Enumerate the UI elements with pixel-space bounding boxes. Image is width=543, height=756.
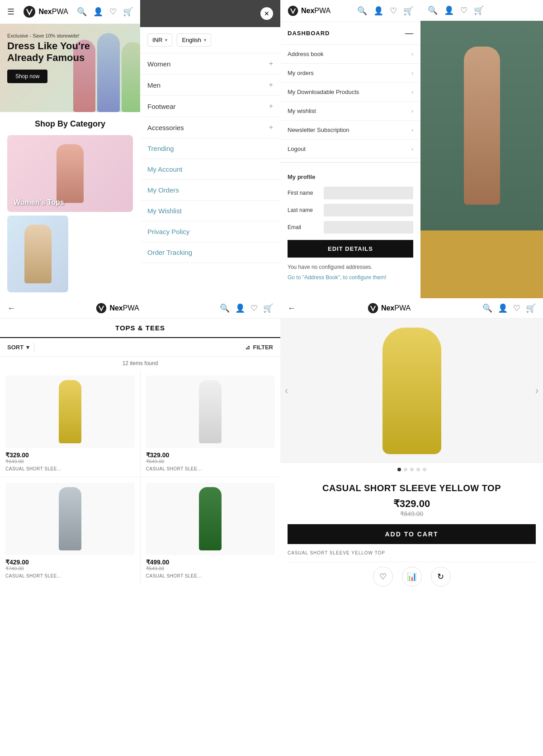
address-book-link[interactable]: Go to "Address Book", to configure them! xyxy=(288,274,387,281)
listing-logo-icon xyxy=(96,303,107,314)
panel-listing: ← NexPWA 🔍 👤 ♡ 🛒 TOPS & TEES SORT ▾ xyxy=(0,298,280,756)
listing-search-icon[interactable]: 🔍 xyxy=(220,303,230,313)
dashboard-wishlist[interactable]: My wishlist › xyxy=(280,102,420,121)
product-card-0[interactable]: ₹329.00 ₹649.00 CASUAL SHORT SLEE... xyxy=(0,370,140,477)
partial-user-icon[interactable]: 👤 xyxy=(444,5,454,15)
first-name-field: First name xyxy=(288,187,413,199)
partial-cart-icon[interactable]: 🛒 xyxy=(474,5,484,15)
listing-user-icon[interactable]: 👤 xyxy=(235,303,245,313)
wishlist-icon[interactable]: ♡ xyxy=(109,7,117,17)
detail-share-button[interactable]: ↻ xyxy=(431,567,451,587)
dashboard-downloadable-products[interactable]: My Downloadable Products › xyxy=(280,83,420,102)
detail-back-button[interactable]: ← xyxy=(288,304,296,313)
email-field: Email xyxy=(288,221,413,234)
edit-details-button[interactable]: EDIT DETAILS xyxy=(288,240,413,258)
close-button[interactable]: ✕ xyxy=(260,7,273,20)
product-original-price-1: ₹649.00 xyxy=(146,459,275,465)
detail-wishlist-icon[interactable]: ♡ xyxy=(513,303,520,313)
currency-lang-row: INR ▾ English ▾ xyxy=(140,27,280,53)
nav-item-trending[interactable]: Trending xyxy=(140,138,280,159)
nav-item-my-wishlist[interactable]: My Wishlist xyxy=(140,201,280,221)
hero-cta-button[interactable]: Shop now xyxy=(7,70,47,83)
listing-wishlist-icon[interactable]: ♡ xyxy=(250,303,258,313)
search-icon[interactable]: 🔍 xyxy=(77,7,87,17)
figure-2 xyxy=(97,33,119,112)
dashboard-logout[interactable]: Logout › xyxy=(280,140,420,159)
cat-label-women: Women's Tops xyxy=(14,198,64,207)
listing-back-button[interactable]: ← xyxy=(7,304,15,313)
hero-overlay: Exclusive - Save 10% storewide! Dress Li… xyxy=(7,33,90,83)
dashboard-cart-icon[interactable]: 🛒 xyxy=(403,6,413,16)
nav-item-my-wishlist-label: My Wishlist xyxy=(147,207,182,215)
nav-item-footwear[interactable]: Footwear + xyxy=(140,96,280,117)
category-grid: Women's Tops xyxy=(7,135,133,292)
product-card-3[interactable]: ₹499.00 ₹549.00 CASUAL SHORT SLEE... xyxy=(141,477,281,584)
category-womens-tops[interactable]: Women's Tops xyxy=(7,135,133,212)
carousel-prev-button[interactable]: ‹ xyxy=(280,385,293,397)
product-original-price-0: ₹649.00 xyxy=(5,459,135,465)
partial-header-icons: 🔍 👤 ♡ 🛒 xyxy=(428,5,484,15)
partial-search-icon[interactable]: 🔍 xyxy=(428,5,438,15)
category-other[interactable] xyxy=(7,216,68,292)
nav-item-my-orders[interactable]: My Orders xyxy=(140,180,280,201)
detail-logo: NexPWA xyxy=(368,303,411,314)
dashboard-collapse-icon[interactable]: — xyxy=(405,28,413,38)
carousel-dot-1[interactable] xyxy=(397,468,401,471)
panel-nav: ✕ INR ▾ English ▾ Women + Men + Footwear… xyxy=(140,0,280,298)
listing-cart-icon[interactable]: 🛒 xyxy=(263,303,273,313)
carousel-next-button[interactable]: › xyxy=(531,385,543,397)
carousel-dot-3[interactable] xyxy=(410,468,414,471)
panel-partial-content: 🔍 👤 ♡ 🛒 xyxy=(420,0,543,298)
last-name-field: Last name xyxy=(288,204,413,216)
currency-chevron-icon: ▾ xyxy=(165,38,167,42)
product-name-0: CASUAL SHORT SLEE... xyxy=(5,466,135,471)
detail-header: ← NexPWA 🔍 👤 ♡ 🛒 xyxy=(280,298,543,319)
partial-hero-figure xyxy=(464,47,500,205)
carousel-dot-5[interactable] xyxy=(423,468,426,471)
detail-content: CASUAL SHORT SLEEVE YELLOW TOP ₹329.00 ₹… xyxy=(280,476,543,598)
product-image-3 xyxy=(146,483,275,555)
dashboard-user-icon[interactable]: 👤 xyxy=(373,6,383,16)
nav-item-privacy-policy[interactable]: Privacy Policy xyxy=(140,221,280,242)
sort-button[interactable]: SORT ▾ xyxy=(7,344,29,351)
filter-button[interactable]: ⊿ FILTER xyxy=(245,344,273,351)
dashboard-downloadable-label: My Downloadable Products xyxy=(288,89,359,95)
dashboard-address-book[interactable]: Address book › xyxy=(280,45,420,64)
detail-product-name: CASUAL SHORT SLEEVE YELLOW TOP xyxy=(288,483,536,493)
nav-item-women-label: Women xyxy=(147,60,170,68)
user-icon[interactable]: 👤 xyxy=(93,7,103,17)
product-card-1[interactable]: ₹329.00 ₹649.00 CASUAL SHORT SLEE... xyxy=(141,370,281,477)
dashboard-title-row: DASHBOARD — xyxy=(280,22,420,45)
detail-cart-icon[interactable]: 🛒 xyxy=(526,303,536,313)
carousel-dot-4[interactable] xyxy=(416,468,420,471)
cart-icon[interactable]: 🛒 xyxy=(123,7,133,17)
detail-user-icon[interactable]: 👤 xyxy=(498,303,508,313)
language-chevron-icon: ▾ xyxy=(204,38,206,42)
detail-compare-button[interactable]: 📊 xyxy=(402,567,422,587)
cat-bg-other xyxy=(7,216,68,292)
dashboard-search-icon[interactable]: 🔍 xyxy=(357,6,367,16)
carousel-dot-2[interactable] xyxy=(404,468,407,471)
dashboard-logo-text: NexPWA xyxy=(301,7,331,15)
nav-item-my-account[interactable]: My Account xyxy=(140,159,280,180)
product-card-2[interactable]: ₹429.00 ₹749.00 CASUAL SHORT SLEE... xyxy=(0,477,140,584)
nav-item-order-tracking[interactable]: Order Tracking xyxy=(140,242,280,263)
detail-search-icon[interactable]: 🔍 xyxy=(482,303,492,313)
nav-item-men[interactable]: Men + xyxy=(140,75,280,96)
dashboard-wishlist-icon[interactable]: ♡ xyxy=(390,6,397,16)
svg-point-4 xyxy=(368,303,378,313)
detail-wishlist-button[interactable]: ♡ xyxy=(373,567,393,587)
add-to-cart-button[interactable]: ADD TO CART xyxy=(288,524,536,544)
nav-item-accessories[interactable]: Accessories + xyxy=(140,117,280,138)
currency-select[interactable]: INR ▾ xyxy=(147,33,172,47)
dashboard-my-orders[interactable]: My orders › xyxy=(280,64,420,83)
detail-product-name-sub: CASUAL SHORT SLEEVE YELLOW TOP xyxy=(288,550,536,555)
nav-item-women[interactable]: Women + xyxy=(140,53,280,75)
hamburger-icon[interactable]: ☰ xyxy=(7,7,14,17)
nav-expand-men-icon: + xyxy=(269,81,273,89)
language-select[interactable]: English ▾ xyxy=(177,33,211,47)
dashboard-address-book-chevron-icon: › xyxy=(411,51,413,57)
email-value xyxy=(324,221,413,234)
partial-wishlist-icon[interactable]: ♡ xyxy=(460,5,467,15)
dashboard-newsletter[interactable]: Newsletter Subscription › xyxy=(280,121,420,140)
